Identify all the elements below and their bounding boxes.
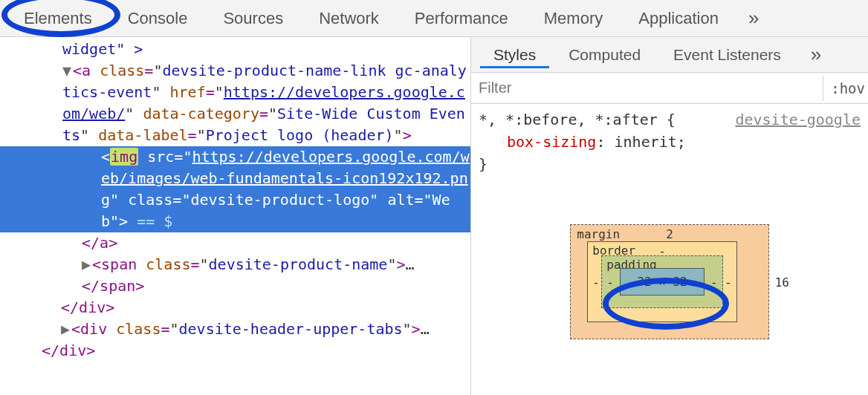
dom-line-widget[interactable]: widget" > [0,39,470,60]
hov-toggle[interactable]: :hov [823,76,868,101]
tab-sources[interactable]: Sources [205,3,301,34]
tab-styles[interactable]: Styles [480,42,549,68]
bm-padding-right: - [710,275,718,289]
tab-elements[interactable]: Elements [6,3,110,34]
bm-border[interactable]: border - - - padding - - 32 × 32 [587,241,736,322]
dom-line-div-close1[interactable]: </div> [0,297,470,319]
tab-console[interactable]: Console [110,3,206,34]
bm-content-size: 32 × 32 [637,275,687,289]
dom-line-a-close[interactable]: </a> [0,232,470,254]
rule-source-link[interactable]: devsite-google [735,108,861,131]
styles-more-icon[interactable]: » [800,40,832,69]
rule-selector: *, *:before, *:after { [479,111,676,128]
elements-panel[interactable]: widget" > ▼<a class="devsite-product-nam… [0,37,471,395]
css-rules[interactable]: *, *:before, *:after { devsite-google bo… [471,104,868,180]
dom-line-a-open[interactable]: ▼<a class="devsite-product-name-link gc-… [0,60,470,146]
box-model: margin 2 border - - - padding - - 32 × 3… [471,224,868,339]
tab-performance[interactable]: Performance [397,3,526,34]
bm-content[interactable]: 32 × 32 [620,268,704,296]
tab-network[interactable]: Network [301,3,397,34]
bm-padding-left: - [606,275,614,289]
tab-computed[interactable]: Computed [555,42,654,68]
dom-line-span-close[interactable]: </span> [0,275,470,297]
rule-prop[interactable]: box-sizing [507,133,596,151]
dom-line-div2[interactable]: ▶<div class="devsite-header-upper-tabs">… [0,319,470,340]
bm-border-right: - [725,275,732,289]
devtools-tabs: Elements Console Sources Network Perform… [0,0,868,37]
bm-margin-right: 16 [769,275,789,289]
dom-line-img-selected[interactable]: <img src="https://developers.google.com/… [0,146,470,232]
styles-filter-input[interactable] [471,75,823,101]
rule-close: } [479,153,861,175]
styles-pane: Styles Computed Event Listeners » :hov *… [471,37,868,395]
bm-margin-label: margin [577,227,620,241]
filter-row: :hov [471,73,868,104]
bm-margin-top: 2 [666,227,673,241]
dom-line-div-close2[interactable]: </div> [0,340,470,362]
bm-border-left: - [592,275,600,289]
tab-event-listeners[interactable]: Event Listeners [660,42,794,68]
tab-application[interactable]: Application [621,3,736,34]
styles-tabs: Styles Computed Event Listeners » [471,37,868,73]
bm-padding[interactable]: padding - - 32 × 32 [601,255,722,308]
dom-line-span-open[interactable]: ▶<span class="devsite-product-name">… [0,254,470,275]
tab-memory[interactable]: Memory [526,3,621,34]
tabs-more-icon[interactable]: » [736,1,771,36]
bm-margin[interactable]: margin 2 border - - - padding - - 32 × 3… [570,224,768,339]
rule-val[interactable]: inherit; [615,133,686,151]
